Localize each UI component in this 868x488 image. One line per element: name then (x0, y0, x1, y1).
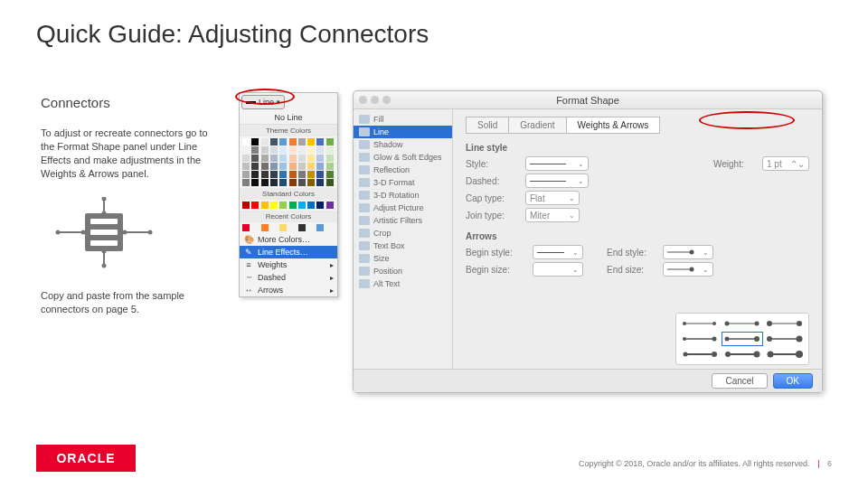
sidebar-item-position[interactable]: Position (354, 265, 452, 277)
color-swatch[interactable] (270, 146, 278, 154)
color-swatch[interactable] (316, 202, 324, 209)
tab-gradient[interactable]: Gradient (508, 117, 565, 134)
color-swatch[interactable] (251, 155, 259, 162)
color-swatch[interactable] (298, 224, 306, 231)
color-swatch[interactable] (307, 146, 315, 154)
color-swatch[interactable] (261, 163, 269, 170)
color-swatch[interactable] (279, 224, 287, 231)
color-swatch[interactable] (289, 163, 297, 170)
color-swatch[interactable] (307, 179, 315, 186)
begin-style-select[interactable]: ⌄ (533, 245, 583, 259)
color-swatch[interactable] (289, 155, 297, 162)
color-swatch[interactable] (316, 146, 324, 154)
color-swatch[interactable] (279, 202, 287, 209)
color-swatch[interactable] (326, 138, 334, 145)
color-swatch[interactable] (242, 146, 250, 154)
color-swatch[interactable] (279, 146, 287, 154)
weights-submenu[interactable]: ≡Weights▸ (240, 258, 337, 271)
sidebar-item-reflection[interactable]: Reflection (354, 164, 452, 176)
tab-solid[interactable]: Solid (466, 117, 508, 134)
color-swatch[interactable] (270, 179, 278, 186)
recent-color-grid[interactable] (240, 222, 337, 233)
arrow-size-popover[interactable] (675, 313, 809, 365)
color-swatch[interactable] (307, 163, 315, 170)
color-swatch[interactable] (326, 179, 334, 186)
color-swatch[interactable] (326, 171, 334, 178)
sidebar-item-3-d-format[interactable]: 3-D Format (354, 176, 452, 189)
color-swatch[interactable] (242, 224, 250, 231)
color-swatch[interactable] (270, 138, 278, 145)
color-swatch[interactable] (279, 138, 287, 145)
color-swatch[interactable] (289, 171, 297, 178)
cap-type-select[interactable]: Flat⌄ (525, 191, 580, 205)
sidebar-item-artistic-filters[interactable]: Artistic Filters (354, 214, 452, 227)
color-swatch[interactable] (307, 155, 315, 162)
sidebar-item-shadow[interactable]: Shadow (354, 138, 452, 151)
color-swatch[interactable] (298, 179, 306, 186)
begin-size-select[interactable]: ⌄ (533, 262, 583, 277)
color-swatch[interactable] (289, 179, 297, 186)
sidebar-item-size[interactable]: Size (354, 252, 452, 265)
line-tabs[interactable]: Solid Gradient Weights & Arrows (466, 117, 809, 134)
dashed-submenu[interactable]: ┄Dashed▸ (240, 271, 337, 284)
color-swatch[interactable] (251, 202, 259, 209)
dashed-select[interactable]: ⌄ (525, 174, 589, 188)
color-swatch[interactable] (261, 179, 269, 186)
cancel-button[interactable]: Cancel (712, 373, 767, 389)
color-swatch[interactable] (289, 138, 297, 145)
color-swatch[interactable] (242, 138, 250, 145)
color-swatch[interactable] (298, 171, 306, 178)
color-swatch[interactable] (242, 155, 250, 162)
color-swatch[interactable] (326, 163, 334, 170)
color-swatch[interactable] (289, 202, 297, 209)
color-swatch[interactable] (251, 138, 259, 145)
sidebar-item-fill[interactable]: Fill (354, 113, 452, 126)
line-effects-item[interactable]: ✎Line Effects… (240, 246, 337, 258)
color-swatch[interactable] (279, 171, 287, 178)
sidebar-item-alt-text[interactable]: Alt Text (354, 277, 452, 290)
color-swatch[interactable] (279, 179, 287, 186)
format-shape-sidebar[interactable]: FillLineShadowGlow & Soft EdgesReflectio… (354, 109, 453, 374)
color-swatch[interactable] (251, 163, 259, 170)
color-swatch[interactable] (298, 138, 306, 145)
color-swatch[interactable] (261, 155, 269, 162)
color-swatch[interactable] (279, 163, 287, 170)
color-swatch[interactable] (316, 179, 324, 186)
color-swatch[interactable] (326, 202, 334, 209)
color-swatch[interactable] (279, 155, 287, 162)
color-swatch[interactable] (261, 202, 269, 209)
color-swatch[interactable] (261, 138, 269, 145)
sidebar-item-line[interactable]: Line (354, 126, 452, 138)
color-swatch[interactable] (298, 146, 306, 154)
color-swatch[interactable] (251, 146, 259, 154)
no-line-option[interactable]: No Line (240, 111, 337, 125)
line-toolbar-button[interactable]: Line▾ (241, 95, 285, 109)
color-swatch[interactable] (326, 155, 334, 162)
end-size-select[interactable]: ⌄ (663, 262, 713, 277)
ok-button[interactable]: OK (773, 373, 813, 389)
color-swatch[interactable] (316, 171, 324, 178)
sidebar-item-crop[interactable]: Crop (354, 227, 452, 239)
color-swatch[interactable] (261, 146, 269, 154)
more-colors-item[interactable]: 🎨More Colors… (240, 233, 337, 246)
color-swatch[interactable] (316, 138, 324, 145)
color-swatch[interactable] (270, 171, 278, 178)
end-style-select[interactable]: ⌄ (663, 245, 713, 259)
color-swatch[interactable] (270, 163, 278, 170)
arrows-submenu[interactable]: ↔Arrows▸ (240, 284, 337, 296)
theme-color-grid[interactable] (240, 136, 337, 188)
color-swatch[interactable] (307, 202, 315, 209)
color-swatch[interactable] (261, 224, 269, 231)
color-swatch[interactable] (270, 202, 278, 209)
color-swatch[interactable] (251, 179, 259, 186)
color-swatch[interactable] (316, 224, 324, 231)
color-swatch[interactable] (270, 155, 278, 162)
color-swatch[interactable] (298, 155, 306, 162)
color-swatch[interactable] (242, 179, 250, 186)
sidebar-item-glow-soft-edges[interactable]: Glow & Soft Edges (354, 151, 452, 164)
sidebar-item-adjust-picture[interactable]: Adjust Picture (354, 202, 452, 214)
color-swatch[interactable] (261, 171, 269, 178)
color-swatch[interactable] (298, 163, 306, 170)
join-type-select[interactable]: Miter⌄ (525, 208, 580, 222)
color-swatch[interactable] (242, 163, 250, 170)
